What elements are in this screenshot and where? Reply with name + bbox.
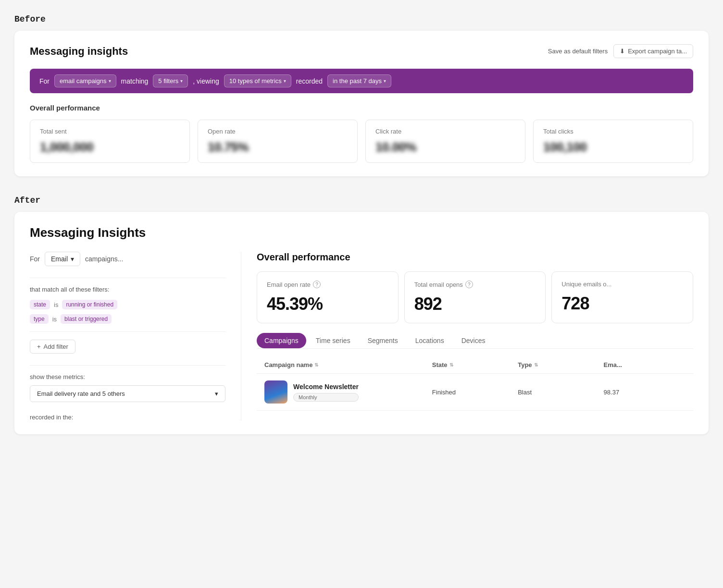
filter-row-state: state is running or finished <box>30 300 225 309</box>
filter-10-metrics-pill[interactable]: 10 types of metrics ▾ <box>224 74 291 87</box>
filter-operator-is: is <box>52 316 57 323</box>
before-title: Messaging insights <box>30 45 128 58</box>
plus-icon: + <box>37 343 41 350</box>
sort-icon: ⇅ <box>534 362 538 368</box>
help-icon[interactable]: ? <box>465 281 473 288</box>
campaigns-text: campaigns... <box>85 255 123 263</box>
metric-label-text: Total email opens <box>414 281 463 288</box>
chevron-down-icon: ▾ <box>109 78 111 84</box>
before-metric-value: 10.75% <box>208 140 348 155</box>
metric-label: Email open rate ? <box>267 281 388 288</box>
table-header: Campaign name ⇅ State ⇅ Type ⇅ Ema... <box>257 356 693 374</box>
sort-icon: ⇅ <box>449 362 453 368</box>
before-card: Messaging insights Save as default filte… <box>14 31 709 176</box>
filter-operator-is: is <box>54 301 58 308</box>
add-filter-label: Add filter <box>44 343 68 350</box>
help-icon[interactable]: ? <box>313 281 321 288</box>
metric-label-text: Email open rate <box>267 281 311 288</box>
filter-5-filters-pill[interactable]: 5 filters ▾ <box>153 74 188 87</box>
td-email-value: 98.37 <box>604 389 686 396</box>
th-state[interactable]: State ⇅ <box>432 361 514 368</box>
tab-campaigns[interactable]: Campaigns <box>257 333 306 348</box>
campaign-thumbnail <box>264 380 287 404</box>
campaign-thumb-inner <box>264 380 287 404</box>
filter-value-blast-triggered: blast or triggered <box>61 314 112 324</box>
metric-card-unique-emails: Unique emails o... 728 <box>551 271 693 323</box>
filter-for-label: For <box>39 77 50 85</box>
before-metric-total-clicks: Total clicks 100,100 <box>533 120 693 163</box>
export-label: Export campaign ta... <box>628 48 687 55</box>
before-metric-label: Total sent <box>40 128 180 135</box>
td-campaign: Welcome Newsletter Monthly <box>264 380 428 404</box>
divider <box>30 278 225 278</box>
before-metric-click-rate: Click rate 10.00% <box>365 120 525 163</box>
filter-row-type: type is blast or triggered <box>30 314 225 324</box>
tab-row: Campaigns Time series Segments Locations… <box>257 333 693 349</box>
recorded-title: recorded in the: <box>30 414 225 421</box>
before-metric-open-rate: Open rate 10.75% <box>198 120 358 163</box>
campaign-name: Welcome Newsletter <box>293 383 359 391</box>
metric-label: Unique emails o... <box>561 281 683 288</box>
filter-past-days-pill[interactable]: in the past 7 days ▾ <box>327 74 391 87</box>
metric-label: Total email opens ? <box>414 281 536 288</box>
metrics-select-value: Email delivery rate and 5 others <box>37 390 125 397</box>
overall-perf-title: Overall performance <box>257 252 693 263</box>
before-metric-label: Total clicks <box>543 128 683 135</box>
before-header: Messaging insights Save as default filte… <box>30 44 693 58</box>
td-type: Blast <box>518 389 599 396</box>
export-button[interactable]: ⬇ Export campaign ta... <box>613 44 693 58</box>
before-metrics-row: Total sent 1,000,000 Open rate 10.75% Cl… <box>30 120 693 163</box>
tab-locations[interactable]: Locations <box>408 333 452 348</box>
th-email: Ema... <box>604 361 686 368</box>
left-panel: For Email ▾ campaigns... that match all … <box>30 252 241 421</box>
after-section: After Messaging Insights For Email ▾ cam… <box>14 196 709 434</box>
chevron-down-icon: ▾ <box>384 78 386 84</box>
for-row: For Email ▾ campaigns... <box>30 252 225 266</box>
chevron-down-icon: ▾ <box>284 78 286 84</box>
chevron-down-icon: ▾ <box>180 78 183 84</box>
before-metric-value: 10.00% <box>375 140 515 155</box>
divider <box>30 331 225 332</box>
divider <box>30 365 225 366</box>
filter-key-state: state <box>30 300 50 309</box>
campaign-name-wrap: Welcome Newsletter Monthly <box>293 383 359 402</box>
before-metric-label: Click rate <box>375 128 515 135</box>
metric-value-unique-emails: 728 <box>561 294 683 314</box>
metric-label-text: Unique emails o... <box>561 281 611 288</box>
metrics-select[interactable]: Email delivery rate and 5 others ▾ <box>30 385 225 402</box>
email-select-value: Email <box>51 255 68 263</box>
tab-time-series[interactable]: Time series <box>308 333 358 348</box>
right-panel: Overall performance Email open rate ? 45… <box>241 252 693 421</box>
metric-value-open-rate: 45.39% <box>267 294 388 314</box>
after-label: After <box>14 196 709 205</box>
before-metric-total-sent: Total sent 1,000,000 <box>30 120 190 163</box>
before-label: Before <box>14 14 709 24</box>
before-metric-label: Open rate <box>208 128 348 135</box>
tab-segments[interactable]: Segments <box>360 333 406 348</box>
before-header-actions: Save as default filters ⬇ Export campaig… <box>548 44 693 58</box>
th-type[interactable]: Type ⇅ <box>518 361 599 368</box>
after-body: For Email ▾ campaigns... that match all … <box>30 252 693 421</box>
sort-icon: ⇅ <box>314 362 318 368</box>
table-row[interactable]: Welcome Newsletter Monthly Finished Blas… <box>257 374 693 411</box>
before-perf-title: Overall performance <box>30 104 693 112</box>
filter-viewing-label: , viewing <box>193 77 219 85</box>
before-metric-value: 1,000,000 <box>40 140 180 155</box>
export-icon: ⬇ <box>620 48 625 55</box>
filter-matching-label: matching <box>121 77 149 85</box>
email-select[interactable]: Email ▾ <box>45 252 80 266</box>
before-metric-value: 100,100 <box>543 140 683 155</box>
filter-key-type: type <box>30 314 49 324</box>
tab-devices[interactable]: Devices <box>454 333 493 348</box>
metric-card-total-opens: Total email opens ? 892 <box>404 271 546 323</box>
metric-value-total-opens: 892 <box>414 294 536 314</box>
match-title: that match all of these filters: <box>30 286 225 293</box>
chevron-down-icon: ▾ <box>71 255 74 263</box>
before-section: Before Messaging insights Save as defaul… <box>14 14 709 176</box>
td-state: Finished <box>432 389 514 396</box>
filter-email-campaigns-pill[interactable]: email campaigns ▾ <box>54 74 116 87</box>
add-filter-button[interactable]: + Add filter <box>30 340 75 354</box>
after-card: Messaging Insights For Email ▾ campaigns… <box>14 212 709 434</box>
save-default-button[interactable]: Save as default filters <box>548 48 608 55</box>
th-campaign-name[interactable]: Campaign name ⇅ <box>264 361 428 368</box>
